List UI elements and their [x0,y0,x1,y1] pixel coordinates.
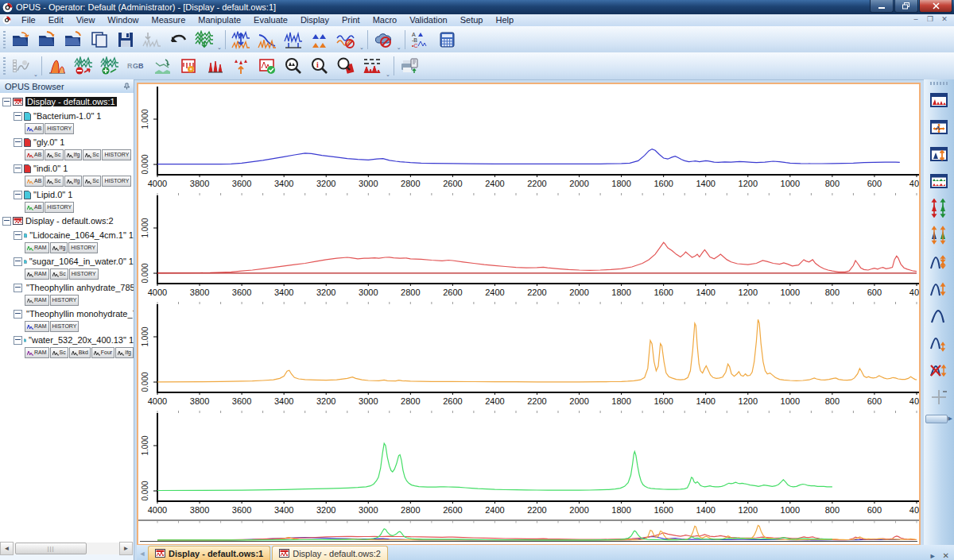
maximize-button[interactable] [894,0,918,13]
add-spectra-stack-button[interactable] [191,27,217,52]
menu-file[interactable]: File [15,14,42,26]
calculator-button[interactable] [434,27,460,52]
print-report-button[interactable] [397,54,423,79]
zoom-book-button[interactable] [333,54,359,79]
data-block-ab-button[interactable]: AB [25,123,44,134]
menu-validation[interactable]: Validation [403,14,454,26]
menu-evaluate[interactable]: Evaluate [247,14,294,26]
data-block-ram-button[interactable]: RAM [25,242,49,253]
peak-pick-button[interactable] [202,54,228,79]
peak-crossed-button[interactable] [926,357,952,383]
data-block-ifg-button[interactable]: Ifg [50,242,68,253]
tree-item[interactable]: "Lipid.0" 1 [14,189,134,200]
stacked-display-button[interactable] [307,27,333,52]
overlay-off-button[interactable] [333,27,359,52]
copy-window-button[interactable] [86,27,112,52]
tree-item-label[interactable]: "sugar_1064_in_water.0" 1 [29,257,134,266]
pin-icon[interactable] [123,83,130,90]
peak-pick-up-button[interactable] [228,54,254,79]
win-red-spectrum-button[interactable] [926,87,952,113]
tree-group-label[interactable]: Display - default.ows:2 [25,216,114,226]
expander-icon[interactable] [14,191,22,199]
data-block-history-button[interactable]: HISTORY [102,149,131,160]
tree-group-2[interactable]: Display - default.ows:2 [2,215,134,226]
map-measure-button[interactable] [149,54,176,79]
toolbar-overflow-chevron[interactable]: ⌄ [397,44,401,51]
load-file-alt-button[interactable] [33,27,60,52]
tree-item[interactable]: "gly.0" 1 [14,137,134,148]
data-block-history-button[interactable]: HISTORY [69,268,99,280]
peak-tool-button[interactable] [176,54,202,79]
expander-icon[interactable] [14,257,22,266]
tree-item[interactable]: "Bacterium-1.0" 1 [14,110,134,122]
tree-item-label[interactable]: "water_532_20x_400.13" 1 [29,335,134,345]
add-spectra-button[interactable] [97,54,123,79]
tree-item-label[interactable]: "Lidocaine_1064_4cm.1" 1 [29,230,134,240]
menu-view[interactable]: View [70,14,102,26]
tree-item-label[interactable]: "Theophyllin anhydrate_785.3" 1 [26,283,134,292]
toolbar-overflow-chevron[interactable]: ⌄ [217,44,222,51]
browser-horizontal-scrollbar[interactable]: ◄ ||| ► [0,543,133,554]
right-toolbar-scrollbar[interactable]: ▶ [925,415,952,423]
scroll-right-arrow[interactable]: ► [119,542,133,555]
win-scale-y-button[interactable] [926,141,952,167]
tree-item-label[interactable]: "gly.0" 1 [33,137,64,147]
minimize-button[interactable] [870,0,894,13]
data-block-sc-button[interactable]: Sc [50,268,68,280]
data-block-history-button[interactable]: HISTORY [50,321,80,332]
expander-icon[interactable] [2,98,11,106]
load-file-button[interactable] [7,27,33,52]
expander-icon[interactable] [14,112,22,121]
tree-item-label[interactable]: "indi.0" 1 [33,164,68,173]
menu-print[interactable]: Print [335,14,366,26]
expander-icon[interactable] [14,310,22,319]
tab-close-button[interactable]: ✕ [943,551,949,560]
tree-item[interactable]: "Theophyllin anhydrate_785.3" 1 [14,282,134,293]
spectrum-trace[interactable] [157,319,917,382]
baseline-limits-button[interactable] [281,27,307,52]
menu-measure[interactable]: Measure [145,14,192,26]
toolbar-overflow-chevron[interactable]: ⌄ [359,44,364,51]
data-block-sc-button[interactable]: Sc [45,149,63,160]
data-block-bkd-button[interactable]: Bkd [69,347,91,358]
mdi-restore-button[interactable]: ❐ [925,15,935,23]
tree-item[interactable]: "sugar_1064_in_water.0" 1 [14,256,134,267]
peak-plain-button[interactable] [926,303,952,329]
toolbar-overflow-chevron[interactable]: ⌄ [386,71,390,78]
tab-display-1[interactable]: Display - default.ows:1 [148,546,270,560]
spectrum-trace[interactable] [157,149,900,164]
spectrum-plot-2[interactable]: 1.0000.000400038003600340032003000280026… [138,193,919,302]
toolbar-drag-handle[interactable] [3,31,6,48]
tree-item[interactable]: "Theophyllin monohydrate_785.1" 1 [14,308,134,319]
window-check-button[interactable] [254,54,281,79]
tree-item-label[interactable]: "Theophyllin monohydrate_785.1" 1 [26,309,134,319]
menu-manipulate[interactable]: Manipulate [192,14,247,26]
data-block-ifg-button[interactable]: Ifg [64,149,83,160]
tree-item[interactable]: "indi.0" 1 [14,163,134,174]
scroll-left-arrow[interactable]: ◄ [0,542,14,555]
spectrum-plot-3[interactable]: 1.0000.000400038003600340032003000280026… [138,302,919,411]
data-block-ram-button[interactable]: RAM [25,268,49,280]
tree-group-1[interactable]: Display - default.ows:1 [2,96,134,107]
data-block-ram-button[interactable]: RAM [25,347,49,358]
data-block-ab-button[interactable]: AB [25,176,44,187]
peaks-pattern-button[interactable] [359,54,386,79]
scale-updown-red-green-button[interactable] [926,195,952,221]
menu-help[interactable]: Help [489,14,520,26]
data-block-ifg-button[interactable]: Ifg [64,176,83,187]
expander-icon[interactable] [14,336,22,345]
data-block-history-button[interactable]: HISTORY [68,242,98,253]
spectrum-plot-4[interactable]: 1.0000.000400038003600340032003000280026… [138,411,919,519]
toolbar-drag-handle[interactable] [3,57,6,75]
data-block-ram-button[interactable]: RAM [25,321,49,332]
save-file-button[interactable] [112,27,138,52]
overview-plot[interactable] [138,519,919,544]
tab-scroll-left[interactable]: ◄ [137,547,148,560]
scroll-thumb[interactable]: ||| [15,543,87,554]
abc-annotate-button[interactable]: A-B•C [408,27,434,52]
toolbar-overflow-chevron[interactable]: ⌄ [33,71,38,78]
data-block-ab-button[interactable]: AB [25,149,44,160]
spectrum-trace[interactable] [157,443,832,490]
data-block-history-button[interactable]: HISTORY [45,123,74,134]
data-block-history-button[interactable]: HISTORY [102,176,131,187]
